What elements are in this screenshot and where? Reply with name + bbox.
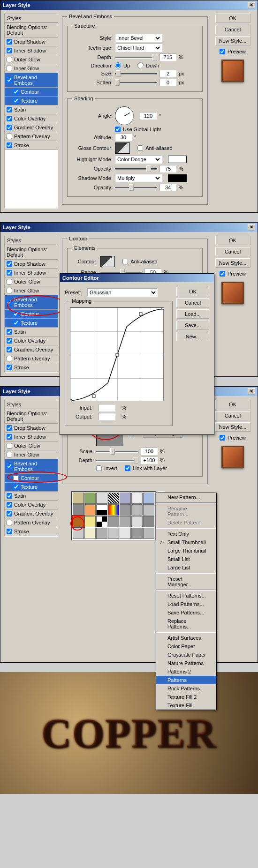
ctx-grayscale-paper[interactable]: Grayscale Paper xyxy=(156,651,216,659)
altitude-input[interactable] xyxy=(115,134,132,141)
style-color-overlay[interactable]: Color Overlay xyxy=(5,114,58,123)
angle-wheel[interactable] xyxy=(115,106,134,125)
style-color-overlay[interactable]: Color Overlay xyxy=(5,501,58,509)
close-icon[interactable]: ✕ xyxy=(248,224,255,231)
style-pattern-overlay[interactable]: Pattern Overlay xyxy=(5,354,58,363)
new-style-button[interactable]: New Style... xyxy=(215,36,250,45)
hl-opacity-input[interactable] xyxy=(159,165,176,172)
shadow-mode-select[interactable]: Multiply xyxy=(115,174,162,182)
style-inner-glow[interactable]: Inner Glow xyxy=(5,64,58,73)
load-button[interactable]: Load... xyxy=(176,309,209,319)
ctx-preset-manager[interactable]: Preset Manager... xyxy=(156,575,216,589)
style-gradient-overlay[interactable]: Gradient Overlay xyxy=(5,509,58,518)
aa-cb[interactable] xyxy=(122,259,128,264)
link-layer-cb[interactable] xyxy=(125,465,130,471)
style-texture[interactable]: Texture xyxy=(5,97,58,105)
scale-slider[interactable] xyxy=(96,448,138,455)
contour-swatch[interactable] xyxy=(100,256,115,267)
depth-input[interactable] xyxy=(159,53,176,61)
save-button[interactable]: Save... xyxy=(176,321,209,330)
ctx-nature-patterns[interactable]: Nature Patterns xyxy=(156,659,216,667)
preset-select[interactable]: Gaussian xyxy=(87,288,158,297)
style-gradient-overlay[interactable]: Gradient Overlay xyxy=(5,345,58,354)
ctx-replace-patterns[interactable]: Replace Patterns... xyxy=(156,617,216,631)
ok-button[interactable]: OK xyxy=(215,14,250,23)
ctx-small-list[interactable]: Small List xyxy=(156,555,216,563)
new-button[interactable]: New... xyxy=(176,332,209,341)
ok-button[interactable]: OK xyxy=(215,236,250,245)
style-outer-glow[interactable]: Outer Glow xyxy=(5,277,58,286)
new-style-button[interactable]: New Style... xyxy=(215,422,250,432)
depth-input[interactable] xyxy=(141,456,158,464)
style-gradient-overlay[interactable]: Gradient Overlay xyxy=(5,123,58,132)
style-stroke[interactable]: Stroke xyxy=(5,141,58,150)
style-color-overlay[interactable]: Color Overlay xyxy=(5,337,58,345)
style-inner-glow[interactable]: Inner Glow xyxy=(5,450,58,459)
highlight-mode-select[interactable]: Color Dodge xyxy=(115,155,162,164)
editor-cancel-button[interactable]: Cancel xyxy=(176,298,209,307)
size-slider[interactable] xyxy=(115,70,157,77)
output-field[interactable] xyxy=(99,413,115,420)
depth-slider[interactable] xyxy=(96,456,138,464)
highlight-color-swatch[interactable] xyxy=(168,156,187,163)
scale-input[interactable] xyxy=(141,448,158,455)
style-satin[interactable]: Satin xyxy=(5,328,58,337)
style-stroke[interactable]: Stroke xyxy=(5,527,58,536)
anti-aliased-cb[interactable] xyxy=(137,145,143,151)
global-light-cb[interactable] xyxy=(115,127,121,132)
style-contour[interactable]: Contour xyxy=(5,88,58,97)
editor-ok-button[interactable]: OK xyxy=(176,287,209,296)
ctx-save-patterns[interactable]: Save Patterns... xyxy=(156,608,216,617)
dir-up[interactable] xyxy=(115,62,121,68)
style-inner-shadow[interactable]: Inner Shadow xyxy=(5,46,58,55)
dir-down[interactable] xyxy=(137,62,144,68)
style-bevel-emboss[interactable]: Bevel and Emboss xyxy=(5,73,58,88)
ctx-reset-patterns[interactable]: Reset Patterns... xyxy=(156,591,216,600)
new-style-button[interactable]: New Style... xyxy=(215,258,250,268)
blending-options[interactable]: Blending Options: Default xyxy=(5,23,58,37)
blending-options[interactable]: Blending Options: Default xyxy=(5,245,58,260)
gloss-contour-swatch[interactable] xyxy=(115,142,130,154)
style-inner-shadow[interactable]: Inner Shadow xyxy=(5,433,58,441)
style-stroke[interactable]: Stroke xyxy=(5,363,58,372)
ctx-texture-fill-2[interactable]: Texture Fill 2 xyxy=(156,693,216,701)
contour-graph[interactable] xyxy=(70,307,164,401)
ok-button[interactable]: OK xyxy=(215,400,250,409)
ctx-large-list[interactable]: Large List xyxy=(156,563,216,572)
soften-slider[interactable] xyxy=(115,79,157,86)
ctx-new-pattern[interactable]: New Pattern... xyxy=(156,493,216,501)
cancel-button[interactable]: Cancel xyxy=(215,247,250,256)
shadow-color-swatch[interactable] xyxy=(168,174,187,182)
ctx-large-thumbnail[interactable]: Large Thumbnail xyxy=(156,546,216,555)
ctx-artist-surfaces[interactable]: Artist Surfaces xyxy=(156,634,216,642)
input-field[interactable] xyxy=(99,404,115,412)
ctx-small-thumbnail[interactable]: ✓Small Thumbnail xyxy=(156,538,216,546)
hl-opacity-slider[interactable] xyxy=(115,165,157,172)
ctx-color-paper[interactable]: Color Paper xyxy=(156,642,216,651)
style-drop-shadow[interactable]: Drop Shadow xyxy=(5,424,58,433)
ctx-rock-patterns[interactable]: Rock Patterns xyxy=(156,684,216,693)
blending-options[interactable]: Blending Options: Default xyxy=(5,409,58,424)
style-satin[interactable]: Satin xyxy=(5,492,58,501)
style-drop-shadow[interactable]: Drop Shadow xyxy=(5,260,58,269)
soften-input[interactable] xyxy=(159,79,176,86)
technique-select[interactable]: Chisel Hard xyxy=(115,44,162,52)
style-pattern-overlay[interactable]: Pattern Overlay xyxy=(5,518,58,527)
close-icon[interactable]: ✕ xyxy=(248,2,255,8)
style-pattern-overlay[interactable]: Pattern Overlay xyxy=(5,132,58,141)
angle-input[interactable] xyxy=(140,112,157,120)
invert-cb[interactable] xyxy=(96,465,102,471)
depth-slider[interactable] xyxy=(115,53,157,61)
ctx-texture-fill[interactable]: Texture Fill xyxy=(156,701,216,710)
cancel-button[interactable]: Cancel xyxy=(215,411,250,420)
ctx-load-patterns[interactable]: Load Patterns... xyxy=(156,600,216,608)
close-icon[interactable]: ✕ xyxy=(248,388,255,395)
sh-opacity-input[interactable] xyxy=(159,184,176,191)
style-inner-glow[interactable]: Inner Glow xyxy=(5,286,58,295)
style-drop-shadow[interactable]: Drop Shadow xyxy=(5,37,58,46)
style-satin[interactable]: Satin xyxy=(5,105,58,114)
ctx-patterns-2[interactable]: Patterns 2 xyxy=(156,667,216,676)
size-input[interactable] xyxy=(159,70,176,77)
style-outer-glow[interactable]: Outer Glow xyxy=(5,441,58,450)
pattern-picker[interactable] xyxy=(71,491,156,540)
